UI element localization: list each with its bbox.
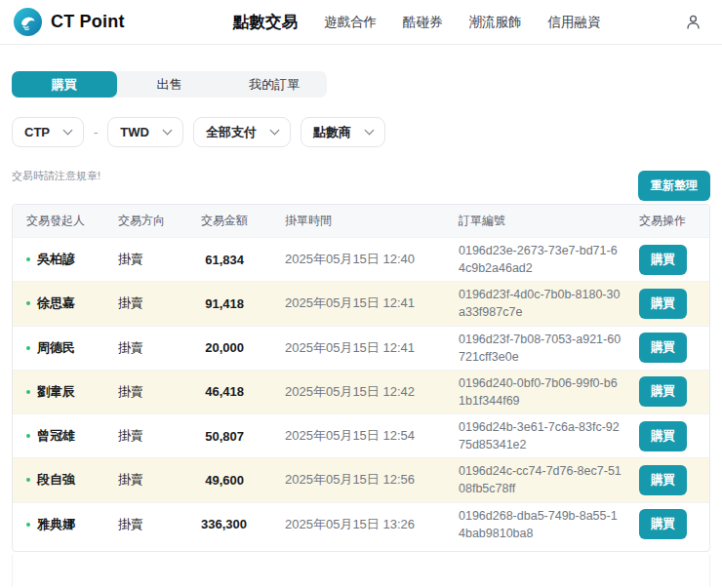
- trade-direction: 掛賣: [110, 414, 193, 458]
- online-dot-icon: [26, 346, 30, 350]
- online-dot-icon: [26, 478, 30, 482]
- order-time: 2025年05月15日 12:54: [277, 414, 451, 458]
- order-time: 2025年05月15日 12:56: [277, 458, 451, 502]
- filter-currency-from[interactable]: CTP: [12, 117, 84, 147]
- filter-currency-from-value: CTP: [24, 125, 50, 139]
- filter-merchant-value: 點數商: [313, 124, 351, 141]
- nav-item-points-trade[interactable]: 點數交易: [233, 12, 298, 33]
- table-row: 段自強 掛賣 49,600 2025年05月15日 12:56 0196d24c…: [13, 458, 709, 502]
- tab-buy[interactable]: 購買: [12, 71, 117, 98]
- online-dot-icon: [26, 434, 30, 438]
- table-row: 徐思嘉 掛賣 91,418 2025年05月15日 12:41 0196d23f…: [13, 282, 709, 326]
- order-time: 2025年05月15日 12:40: [277, 238, 451, 282]
- order-id: 0196d24b-3e61-7c6a-83fc-9275d85341e2: [451, 414, 631, 458]
- order-id: 0196d23e-2673-73e7-bd71-64c9b2a46ad2: [451, 238, 631, 282]
- next-section-cutoff: [12, 555, 710, 587]
- order-time: 2025年05月15日 12:42: [277, 370, 451, 413]
- refresh-button[interactable]: 重新整理: [638, 171, 710, 201]
- col-order-id: 訂單編號: [451, 205, 631, 238]
- online-dot-icon: [26, 523, 30, 527]
- trade-mode-tabs: 購買 出售 我的訂單: [12, 71, 327, 98]
- main-nav: 點數交易 遊戲合作 酷碰券 潮流服飾 信用融資: [233, 0, 601, 45]
- filter-payment-value: 全部支付: [206, 124, 257, 141]
- initiator-name: 雅典娜: [37, 516, 75, 533]
- buy-button[interactable]: 購買: [639, 465, 687, 495]
- col-time: 掛單時間: [277, 205, 451, 238]
- col-amount: 交易金額: [193, 205, 277, 238]
- online-dot-icon: [26, 257, 30, 261]
- order-id: 0196d240-0bf0-7b06-99f0-b61b1f344f69: [451, 370, 631, 413]
- trade-amount: 46,418: [193, 370, 277, 413]
- chevron-down-icon: [270, 126, 280, 136]
- trade-amount: 50,807: [193, 414, 277, 458]
- table-row: 吳柏諺 掛賣 61,834 2025年05月15日 12:40 0196d23e…: [13, 238, 709, 282]
- order-time: 2025年05月15日 13:26: [277, 502, 451, 546]
- buy-button[interactable]: 購買: [639, 333, 687, 363]
- order-time: 2025年05月15日 12:41: [277, 326, 451, 370]
- buy-button[interactable]: 購買: [639, 245, 687, 275]
- tab-sell[interactable]: 出售: [117, 71, 222, 98]
- chevron-down-icon: [63, 126, 73, 136]
- nav-item-fashion[interactable]: 潮流服飾: [469, 14, 522, 31]
- trade-amount: 20,000: [193, 326, 277, 370]
- trade-direction: 掛賣: [110, 458, 193, 502]
- trade-notice-text: 交易時請注意規章!: [12, 163, 100, 183]
- filter-bar: CTP - TWD 全部支付 點數商: [12, 117, 710, 147]
- tab-my-orders[interactable]: 我的訂單: [221, 71, 327, 98]
- brand[interactable]: CT Point: [14, 8, 125, 36]
- orders-table-card: 交易發起人 交易方向 交易金額 掛單時間 訂單編號 交易操作 吳柏諺 掛賣 61…: [12, 204, 710, 552]
- trade-amount: 91,418: [193, 282, 277, 326]
- initiator-name: 劉韋辰: [37, 383, 75, 401]
- filter-currency-to[interactable]: TWD: [107, 117, 183, 147]
- initiator-name: 段自強: [37, 471, 75, 489]
- trade-amount: 336,300: [193, 502, 277, 546]
- orders-table: 交易發起人 交易方向 交易金額 掛單時間 訂單編號 交易操作 吳柏諺 掛賣 61…: [13, 205, 709, 546]
- table-row: 劉韋辰 掛賣 46,418 2025年05月15日 12:42 0196d240…: [13, 370, 709, 413]
- order-id: 0196d268-dba5-749b-8a55-14bab9810ba8: [451, 502, 631, 546]
- order-id: 0196d24c-cc74-7d76-8ec7-5108fb5c78ff: [451, 458, 631, 502]
- initiator-name: 曾冠雄: [37, 427, 75, 445]
- order-id: 0196d23f-7b08-7053-a921-60721cff3e0e: [451, 326, 631, 370]
- trade-direction: 掛賣: [110, 326, 193, 370]
- trade-amount: 61,834: [193, 238, 277, 282]
- buy-button[interactable]: 購買: [639, 509, 687, 539]
- nav-item-game-coop[interactable]: 遊戲合作: [324, 14, 377, 31]
- table-row: 曾冠雄 掛賣 50,807 2025年05月15日 12:54 0196d24b…: [13, 414, 709, 458]
- nav-item-coupons[interactable]: 酷碰券: [403, 14, 443, 31]
- trade-direction: 掛賣: [110, 502, 193, 546]
- person-icon[interactable]: [685, 14, 702, 30]
- dolphin-icon: [14, 8, 42, 36]
- chevron-down-icon: [365, 126, 375, 136]
- nav-item-credit[interactable]: 信用融資: [548, 14, 601, 31]
- initiator-name: 吳柏諺: [37, 251, 75, 268]
- trade-direction: 掛賣: [110, 238, 193, 282]
- online-dot-icon: [26, 390, 30, 394]
- filter-currency-to-value: TWD: [120, 125, 149, 139]
- initiator-name: 徐思嘉: [37, 294, 75, 312]
- buy-button[interactable]: 購買: [639, 289, 687, 319]
- order-id: 0196d23f-4d0c-7b0b-8180-30a33f987c7e: [451, 282, 631, 326]
- notice-row: 交易時請注意規章! 重新整理: [12, 163, 710, 200]
- brand-name: CT Point: [51, 12, 125, 32]
- top-header: CT Point 點數交易 遊戲合作 酷碰券 潮流服飾 信用融資: [0, 0, 722, 45]
- order-time: 2025年05月15日 12:41: [277, 282, 451, 326]
- trade-amount: 49,600: [193, 458, 277, 502]
- table-row: 周德民 掛賣 20,000 2025年05月15日 12:41 0196d23f…: [13, 326, 709, 370]
- col-action: 交易操作: [631, 205, 709, 238]
- trade-direction: 掛賣: [110, 370, 193, 413]
- buy-button[interactable]: 購買: [639, 376, 687, 407]
- online-dot-icon: [26, 301, 30, 305]
- col-direction: 交易方向: [110, 205, 193, 238]
- filter-payment[interactable]: 全部支付: [193, 117, 291, 147]
- table-header-row: 交易發起人 交易方向 交易金額 掛單時間 訂單編號 交易操作: [13, 205, 709, 238]
- initiator-name: 周德民: [37, 339, 75, 357]
- buy-button[interactable]: 購買: [639, 421, 687, 451]
- table-row: 雅典娜 掛賣 336,300 2025年05月15日 13:26 0196d26…: [13, 502, 709, 546]
- col-initiator: 交易發起人: [13, 205, 110, 238]
- filter-merchant[interactable]: 點數商: [301, 117, 385, 147]
- trade-direction: 掛賣: [110, 282, 193, 326]
- filter-separator: -: [94, 125, 98, 139]
- chevron-down-icon: [163, 126, 173, 136]
